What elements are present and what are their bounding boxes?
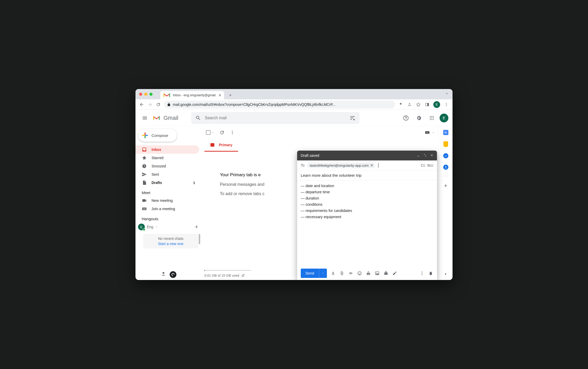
category-tabs: Primary [202,139,439,152]
sidebar-item-join-meeting[interactable]: Join a meeting [135,205,199,213]
image-icon[interactable] [375,271,380,276]
remove-recipient-icon[interactable]: ✕ [370,163,374,168]
svg-point-6 [406,119,406,119]
url-text: mail.google.com/mail/u/0/#inbox?compose=… [173,102,335,107]
reload-button[interactable] [156,102,161,107]
compose-button[interactable]: Compose [138,129,177,142]
body-line: — departure time [301,189,433,195]
svg-rect-18 [143,208,143,209]
formatting-icon[interactable] [331,271,336,276]
sidebar-item-snoozed[interactable]: Snoozed [135,162,199,170]
bcc-button[interactable]: Bcc [427,163,433,167]
hide-side-panel-button[interactable] [444,272,448,277]
attach-icon[interactable] [339,271,345,276]
sidebar-item-new-meeting[interactable]: New meeting [135,196,199,205]
svg-point-37 [358,271,361,275]
search-input[interactable] [205,116,346,120]
svg-point-4 [446,105,447,106]
get-addons-button[interactable]: + [444,182,447,189]
compose-to-row[interactable]: To tasks94lwbg#en@singularity-app.com ✕ … [297,160,437,171]
compose-body[interactable]: — date and location — departure time — d… [297,180,437,267]
confidential-icon[interactable] [383,271,389,276]
keep-app-icon[interactable] [443,141,448,147]
search-bar[interactable] [191,112,360,124]
sidebar-item-starred[interactable]: Starred [135,154,199,162]
apps-button[interactable] [427,113,437,123]
recipient-chip[interactable]: tasks94lwbg#en@singularity-app.com ✕ [307,163,375,168]
sidebar-item-drafts[interactable]: Drafts 1 [135,179,199,187]
tasks-app-icon[interactable] [443,153,448,158]
more-button[interactable] [230,130,235,135]
svg-point-38 [359,273,359,273]
emoji-icon[interactable] [357,271,362,276]
body-line: — conditions [301,202,433,208]
select-all-checkbox[interactable] [206,130,214,135]
scrollbar-thumb[interactable] [199,234,200,244]
bookmark-icon[interactable] [416,102,421,107]
recent-chats-box: No recent chats Start a new one [143,234,198,248]
send-icon [142,172,147,177]
hangouts-footer-icon[interactable] [170,271,176,278]
maximize-window-icon[interactable] [149,93,153,96]
compose-window: Draft saved To tasks94lwbg#en@singularit… [297,151,437,280]
compose-subject[interactable]: Learn more about the volunteer trip [297,171,437,180]
input-tools-button[interactable] [425,130,430,135]
close-window-icon[interactable] [139,93,142,96]
chevron-down-icon[interactable] [155,226,158,228]
omnibox[interactable]: mail.google.com/mail/u/0/#inbox?compose=… [164,101,395,108]
more-options-icon[interactable] [419,271,425,276]
sidebar-item-label: Drafts [152,181,162,185]
svg-rect-1 [427,103,429,106]
tab-close-icon[interactable]: ✕ [218,93,221,97]
forward-button[interactable] [147,102,153,107]
chrome-menu-icon[interactable] [444,102,449,107]
compose-header[interactable]: Draft saved [297,151,437,160]
extension-icon[interactable] [398,102,403,107]
sidebar-item-label: Join a meeting [152,207,175,211]
new-tab-button[interactable]: + [227,92,234,99]
settings-button[interactable] [414,113,424,123]
sidebar-item-sent[interactable]: Sent [135,170,199,179]
back-button[interactable] [139,102,144,107]
fullscreen-icon[interactable] [424,153,427,158]
svg-rect-27 [425,131,429,134]
chevron-down-icon[interactable] [432,131,434,134]
main-menu-button[interactable] [140,113,150,123]
account-avatar[interactable]: E [440,114,448,122]
contacts-footer-icon[interactable] [161,271,166,278]
browser-tab[interactable]: Inbox - eng.singularity@gmail. ✕ [160,91,224,99]
profile-avatar[interactable]: E [433,101,440,108]
browser-tab-title: Inbox - eng.singularity@gmail. [173,93,216,97]
send-options-icon[interactable] [319,269,327,278]
cc-button[interactable]: Cc [421,163,425,167]
drive-icon[interactable] [366,271,371,276]
add-contact-button[interactable]: + [195,224,198,230]
start-new-chat-link[interactable]: Start a new one [146,242,196,246]
share-icon[interactable] [407,102,412,107]
minimize-window-icon[interactable] [144,93,147,96]
hangouts-user-row[interactable]: E Eng + [135,223,202,231]
contacts-app-icon[interactable] [443,165,448,170]
side-panel-icon[interactable] [425,102,430,107]
calendar-app-icon[interactable]: 31 [443,130,448,135]
minimize-icon[interactable] [417,153,420,158]
support-button[interactable] [401,113,411,123]
close-icon[interactable] [430,153,433,158]
compose-label: Compose [152,133,168,138]
link-icon[interactable] [348,271,353,276]
tab-overflow-icon[interactable] [445,92,449,97]
open-in-new-icon[interactable] [241,274,245,277]
send-button[interactable]: Send [301,269,327,278]
discard-icon[interactable] [428,271,433,276]
svg-rect-29 [426,132,427,132]
signature-icon[interactable] [392,271,397,276]
svg-point-15 [433,119,434,120]
chevron-down-icon [212,131,214,134]
refresh-button[interactable] [219,130,225,135]
sidebar-item-inbox[interactable]: Inbox [135,145,199,154]
rail-separator [443,176,449,176]
keyboard-icon [142,206,147,211]
tab-primary[interactable]: Primary [204,139,238,152]
svg-point-43 [422,271,422,272]
search-options-icon[interactable] [350,115,355,121]
